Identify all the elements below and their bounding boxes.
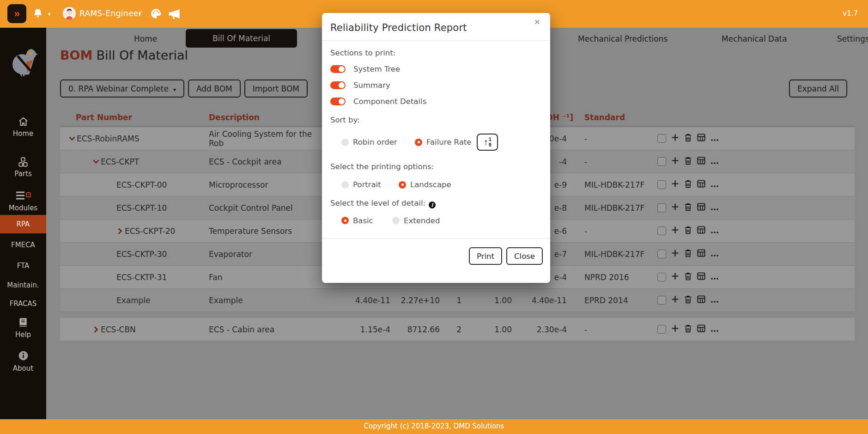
sidebar-item-label: Home: [0, 129, 46, 138]
megaphone-icon[interactable]: [167, 7, 182, 23]
sidebar-item-label: FRACAS: [10, 300, 37, 308]
sections-label: Sections to print:: [330, 49, 542, 57]
radio-robin-order[interactable]: Robin order: [341, 138, 415, 147]
radio-label: Portrait: [353, 180, 381, 189]
toggle-row: System Tree: [330, 65, 542, 73]
sidebar-item-fmeca[interactable]: FMECA: [0, 241, 46, 249]
sidebar-item-home[interactable]: Home: [0, 116, 46, 138]
radio-label: Robin order: [353, 138, 397, 147]
sort-radio-group: Robin orderFailure Rate↑19: [330, 134, 542, 151]
printing-label: Select the printing options:: [330, 162, 542, 171]
info-icon[interactable]: i: [429, 202, 436, 208]
caret-down-icon[interactable]: ▾: [48, 11, 51, 17]
toggle-row: Component Details: [330, 97, 542, 106]
footer-bar: Copyright (c) 2018-2023, DMD Solutions: [0, 419, 868, 434]
radio-label: Failure Rate: [426, 138, 471, 147]
print-button[interactable]: Print: [469, 247, 502, 265]
avatar[interactable]: [63, 7, 76, 20]
radio-button[interactable]: [399, 181, 406, 189]
sidebar-item-label: FTA: [17, 262, 30, 270]
radio-failure-rate[interactable]: Failure Rate: [415, 138, 471, 147]
numeric-sort-ascending-icon[interactable]: ↑19: [477, 134, 498, 151]
sidebar-collapse-button[interactable]: »: [7, 4, 26, 23]
app-version: v1.7: [843, 9, 858, 18]
detail-label: Select the level of detail:i: [330, 199, 542, 208]
detail-radio-group: BasicExtended: [330, 216, 542, 225]
user-name[interactable]: RAMS-Engineer: [79, 9, 142, 18]
radio-button[interactable]: [341, 139, 349, 146]
radio-label: Basic: [353, 216, 373, 225]
toggle-switch[interactable]: [330, 98, 346, 105]
sort-label: Sort by:: [330, 116, 542, 124]
palette-icon[interactable]: [150, 7, 162, 22]
toggle-row: Summary: [330, 81, 542, 90]
toggle-switch[interactable]: [330, 65, 346, 73]
bell-icon[interactable]: [32, 7, 44, 22]
radio-button[interactable]: [415, 139, 422, 146]
modal-footer: Print Close: [322, 238, 550, 283]
help-book-icon: [0, 317, 46, 329]
sidebar-item-rpa[interactable]: RPA: [0, 215, 46, 233]
toggle-label: Component Details: [353, 97, 426, 106]
sidebar-item-label: Help: [0, 330, 46, 339]
about-info-icon: [0, 351, 46, 363]
sidebar-item-fracas[interactable]: FRACAS: [0, 300, 46, 308]
toggle-label: Summary: [353, 81, 390, 90]
close-icon[interactable]: ✕: [531, 18, 543, 27]
sidebar-item-maintain[interactable]: Maintain.: [0, 281, 46, 289]
modules-list-icon: [0, 190, 46, 202]
sidebar-item-parts[interactable]: Parts: [0, 156, 46, 178]
radio-button[interactable]: [341, 217, 349, 224]
sidebar-item-label: Maintain.: [7, 281, 39, 289]
sidebar-item-label: FMECA: [11, 241, 35, 249]
radio-button[interactable]: [392, 217, 400, 224]
sidebar-item-help[interactable]: Help: [0, 317, 46, 339]
reliability-report-modal: Reliability Prediction Report ✕ Sections…: [322, 13, 550, 283]
robin-logo: [8, 46, 38, 79]
modal-title: Reliability Prediction Report: [330, 22, 542, 33]
sidebar: HomePartsModulesRPAFMECAFTAMaintain.FRAC…: [0, 28, 46, 419]
radio-landscape[interactable]: Landscape: [399, 180, 451, 189]
modal-body: Sections to print: System TreeSummaryCom…: [322, 49, 550, 225]
printing-radio-group: PortraitLandscape: [330, 180, 542, 189]
radio-extended[interactable]: Extended: [392, 216, 440, 225]
toggle-switch[interactable]: [330, 81, 346, 89]
modal-header: Reliability Prediction Report ✕: [322, 13, 550, 41]
radio-portrait[interactable]: Portrait: [341, 180, 399, 189]
sidebar-item-modules[interactable]: Modules: [0, 190, 46, 212]
radio-basic[interactable]: Basic: [341, 216, 392, 225]
copyright-text: Copyright (c) 2018-2023, DMD Solutions: [364, 422, 504, 430]
sidebar-item-about[interactable]: About: [0, 351, 46, 373]
parts-cubes-icon: [0, 156, 46, 168]
sidebar-item-label: RPA: [17, 220, 30, 228]
caret-down-icon[interactable]: ▾: [139, 11, 141, 17]
radio-label: Landscape: [410, 180, 451, 189]
sidebar-item-label: About: [0, 364, 46, 373]
sidebar-item-fta[interactable]: FTA: [0, 262, 46, 270]
sidebar-item-label: Parts: [0, 170, 46, 178]
modal-close-button[interactable]: Close: [506, 247, 543, 265]
sidebar-item-label: Modules: [0, 204, 46, 212]
home-icon: [0, 116, 46, 128]
toggle-label: System Tree: [353, 65, 400, 73]
radio-button[interactable]: [341, 181, 349, 189]
radio-label: Extended: [404, 216, 440, 225]
